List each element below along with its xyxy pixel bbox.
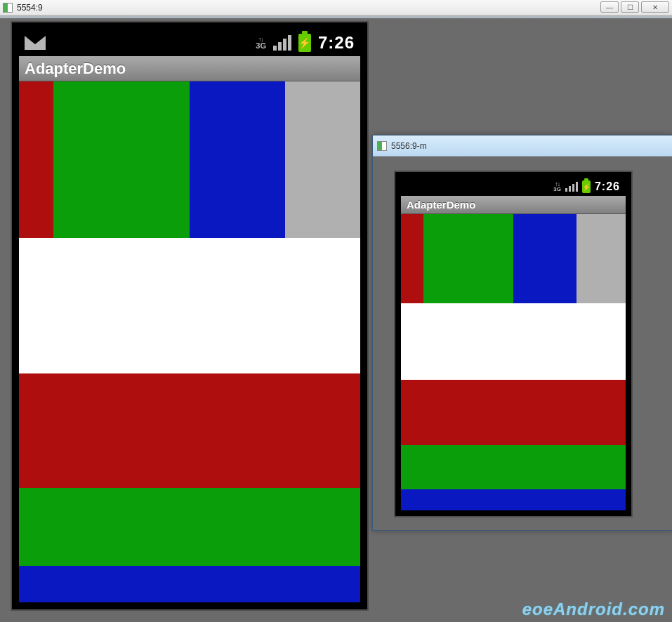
app-icon <box>377 141 387 151</box>
minimize-button[interactable]: — <box>600 1 619 13</box>
block-blue <box>190 81 285 238</box>
app-title: AdapterDemo <box>401 196 626 214</box>
layout-row-red <box>19 373 360 488</box>
battery-icon: ⚡ <box>582 180 591 193</box>
device-screen[interactable]: ↑↓ 3G ⚡ 7:26 AdapterDemo <box>19 29 360 602</box>
signal-icon <box>565 182 578 192</box>
background-tabs <box>0 15 672 18</box>
block-red <box>401 214 423 303</box>
main-emulator-window: 5554:9 — ☐ ✕ ↑↓ 3G ⚡ <box>0 0 672 622</box>
layout-row-green <box>19 488 360 566</box>
second-window-titlebar[interactable]: 5556:9-m <box>373 135 672 157</box>
block-green <box>53 81 190 238</box>
app-content[interactable] <box>401 214 626 510</box>
block-gray <box>285 81 360 238</box>
emulator-5554: ↑↓ 3G ⚡ 7:26 AdapterDemo <box>11 21 369 611</box>
battery-icon: ⚡ <box>298 34 311 52</box>
layout-row-green <box>401 445 626 489</box>
window-controls: — ☐ ✕ <box>600 1 669 13</box>
main-window-titlebar[interactable]: 5554:9 — ☐ ✕ <box>0 0 672 15</box>
layout-row-white <box>401 303 626 381</box>
second-emulator-window[interactable]: 5556:9-m ↑↓ 3G ⚡ 7:26 <box>372 135 672 531</box>
layout-row-blue <box>401 489 626 510</box>
device-screen-small[interactable]: ↑↓ 3G ⚡ 7:26 AdapterDemo <box>401 178 626 510</box>
second-window-body: ↑↓ 3G ⚡ 7:26 AdapterDemo <box>373 157 672 530</box>
maximize-button[interactable]: ☐ <box>621 1 639 13</box>
app-content[interactable] <box>19 81 360 602</box>
layout-row-1 <box>19 81 360 238</box>
android-statusbar[interactable]: ↑↓ 3G ⚡ 7:26 <box>401 178 626 196</box>
clock: 7:26 <box>595 180 620 193</box>
layout-row-1 <box>401 214 626 303</box>
close-button[interactable]: ✕ <box>641 1 669 13</box>
device-frame-small: ↑↓ 3G ⚡ 7:26 AdapterDemo <box>394 171 633 517</box>
block-green <box>423 214 513 303</box>
layout-row-white <box>19 238 360 373</box>
app-title: AdapterDemo <box>19 56 360 81</box>
watermark: eoeAndroid.com <box>522 600 665 619</box>
app-icon <box>3 3 13 13</box>
second-window-title: 5556:9-m <box>391 141 427 151</box>
block-blue <box>513 214 577 303</box>
network-icon: ↑↓ 3G <box>256 37 266 49</box>
main-window-title: 5554:9 <box>17 3 43 13</box>
block-red <box>19 81 53 238</box>
layout-row-blue <box>19 566 360 602</box>
layout-row-red <box>401 380 626 445</box>
network-icon: ↑↓ 3G <box>553 182 561 192</box>
android-statusbar[interactable]: ↑↓ 3G ⚡ 7:26 <box>19 29 360 56</box>
block-gray <box>577 214 626 303</box>
mail-icon <box>25 36 46 50</box>
signal-icon <box>273 35 291 51</box>
clock: 7:26 <box>318 33 355 53</box>
device-frame: ↑↓ 3G ⚡ 7:26 AdapterDemo <box>11 21 369 611</box>
